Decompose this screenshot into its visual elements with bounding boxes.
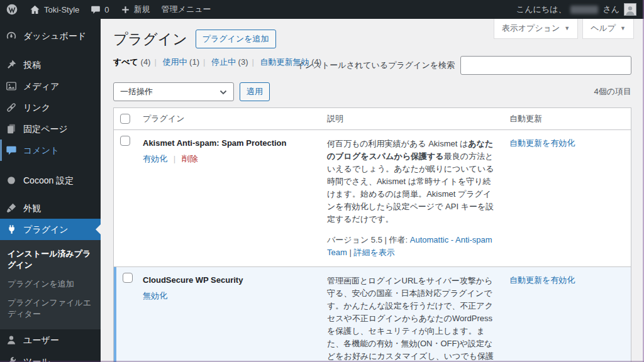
- sidebar-item-label: Cocoon 設定: [23, 175, 74, 186]
- row-checkbox[interactable]: [123, 273, 133, 283]
- sidebar-item-comments[interactable]: コメント: [0, 140, 101, 161]
- sidebar-item-label: リンク: [23, 102, 50, 113]
- sidebar-item-label: ユーザー: [23, 334, 59, 346]
- wordpress-logo-menu[interactable]: [0, 0, 24, 19]
- plugin-search: インストールされているプラグインを検索: [296, 56, 631, 75]
- sidebar-item-plugins[interactable]: プラグイン: [0, 219, 101, 240]
- sidebar-item-label: 外観: [23, 202, 41, 214]
- plug-icon: [5, 223, 18, 236]
- delete-link[interactable]: 削除: [182, 154, 198, 163]
- comment-icon: [5, 144, 18, 156]
- sidebar-item-label: 投稿: [23, 59, 41, 70]
- greeting-prefix: こんにちは、: [516, 4, 567, 15]
- sidebar-item-links[interactable]: リンク: [0, 97, 101, 118]
- help-button[interactable]: ヘルプ ▼: [582, 19, 634, 39]
- user-icon: [5, 334, 18, 346]
- account-menu[interactable]: こんにちは、 さん: [516, 3, 644, 16]
- items-count: 4個の項目: [594, 86, 631, 97]
- sidebar-item-label: 固定ページ: [23, 123, 68, 134]
- home-icon: [30, 4, 40, 15]
- new-label: 新規: [134, 4, 150, 15]
- apply-button[interactable]: 適用: [240, 82, 270, 101]
- column-header-auto-update: 自動更新: [503, 108, 631, 129]
- sidebar-item-label: プラグイン: [23, 224, 69, 235]
- comment-bubble-icon: [91, 4, 101, 14]
- admin-menu-item[interactable]: 管理メニュー: [156, 0, 217, 19]
- sidebar-item-posts[interactable]: 投稿: [0, 54, 101, 75]
- plugin-name-cell: CloudSecure WP Security 無効化: [136, 267, 321, 362]
- auto-update-cell: 自動更新を有効化: [503, 267, 631, 362]
- sidebar-item-users[interactable]: ユーザー: [0, 329, 101, 351]
- new-content-menu[interactable]: 新規: [115, 0, 156, 19]
- submenu-installed-plugins[interactable]: インストール済みプラグイン: [0, 244, 101, 275]
- plugin-meta: バージョン 5.5 | 作者: Automattic - Anti-spam T…: [327, 234, 497, 259]
- site-name-menu[interactable]: Toki-Style: [24, 0, 85, 19]
- wordpress-logo-icon: [6, 3, 18, 16]
- sidebar-item-label: ダッシュボード: [23, 30, 86, 41]
- search-label: インストールされているプラグインを検索: [296, 60, 455, 71]
- plugin-name: Akismet Anti-spam: Spam Protection: [143, 138, 314, 149]
- pin-icon: [5, 58, 18, 71]
- plugin-name: CloudSecure WP Security: [143, 275, 314, 286]
- submenu-plugin-file-editor[interactable]: プラグインファイルエディター: [0, 293, 101, 324]
- pages-icon: [5, 123, 18, 135]
- deactivate-link[interactable]: 無効化: [143, 291, 167, 300]
- plugin-name-cell: Akismet Anti-spam: Spam Protection 有効化 |…: [136, 130, 321, 266]
- table-header-row: プラグイン 説明 自動更新: [114, 108, 631, 130]
- select-all-checkbox[interactable]: [120, 114, 130, 124]
- plugins-submenu: インストール済みプラグイン プラグインを追加 プラグインファイルエディター: [0, 240, 101, 329]
- sidebar-item-cocoon-settings[interactable]: Cocoon 設定: [0, 170, 101, 191]
- view-details-link[interactable]: 詳細を表示: [353, 248, 394, 257]
- enable-auto-update-link[interactable]: 自動更新を有効化: [509, 138, 575, 148]
- sidebar-item-label: コメント: [23, 145, 59, 156]
- screen-options-button[interactable]: 表示オプション ▼: [494, 19, 578, 39]
- plus-icon: [121, 5, 130, 14]
- sidebar-item-dashboard[interactable]: ダッシュボード: [0, 25, 101, 47]
- sidebar-item-tools[interactable]: ツール: [0, 351, 101, 362]
- wordpress-admin-plugins-screen: Toki-Style 0 新規 管理メニュー こんにちは、 さん: [0, 0, 644, 362]
- media-icon: [5, 80, 18, 92]
- bulk-action-select[interactable]: 一括操作: [113, 82, 234, 101]
- wrench-icon: [5, 355, 18, 362]
- plugin-description: 管理画面とログインURLをサイバー攻撃から守る、安心の国産・日本語対応プラグイン…: [327, 275, 497, 362]
- sidebar-item-media[interactable]: メディア: [0, 75, 101, 97]
- screen-meta-links: 表示オプション ▼ ヘルプ ▼: [494, 19, 634, 39]
- sidebar-item-appearance[interactable]: 外観: [0, 197, 101, 219]
- comments-count: 0: [104, 5, 109, 14]
- dashboard-icon: [5, 30, 18, 42]
- sidebar-item-label: ツール: [23, 356, 50, 362]
- user-name-redacted: [570, 6, 598, 14]
- chevron-down-icon: ▼: [564, 25, 570, 31]
- plugin-description-cell: 管理画面とログインURLをサイバー攻撃から守る、安心の国産・日本語対応プラグイン…: [321, 267, 503, 362]
- row-checkbox[interactable]: [120, 136, 130, 146]
- sidebar-item-pages[interactable]: 固定ページ: [0, 118, 101, 140]
- add-plugin-button[interactable]: プラグインを追加: [196, 30, 276, 48]
- circle-icon: [5, 174, 18, 187]
- enable-auto-update-link[interactable]: 自動更新を有効化: [509, 275, 575, 285]
- plugins-table: プラグイン 説明 自動更新 Akismet Anti-spam: Spam Pr…: [113, 107, 631, 362]
- admin-sidebar: ダッシュボード 投稿 メディア リンク 固定ページ: [0, 19, 101, 362]
- comments-menu[interactable]: 0: [85, 0, 114, 19]
- activate-link[interactable]: 有効化: [143, 154, 167, 163]
- admin-menu-label: 管理メニュー: [162, 4, 211, 15]
- column-header-plugin: プラグイン: [136, 108, 321, 129]
- page-title: プラグイン: [113, 30, 187, 48]
- chevron-down-icon: ▼: [620, 25, 626, 31]
- main-content: 表示オプション ▼ ヘルプ ▼ プラグイン プラグインを追加 インストールされて…: [101, 19, 644, 362]
- admin-bar: Toki-Style 0 新規 管理メニュー こんにちは、 さん: [0, 0, 644, 19]
- sidebar-item-label: メディア: [23, 80, 59, 92]
- brush-icon: [5, 202, 18, 214]
- link-icon: [5, 101, 18, 114]
- site-name: Toki-Style: [44, 5, 79, 14]
- plugin-search-input[interactable]: [460, 56, 631, 75]
- column-header-description: 説明: [321, 108, 503, 129]
- greeting-suffix: さん: [602, 4, 619, 15]
- filter-inactive[interactable]: 停止中 (3): [209, 57, 248, 67]
- plugin-row-akismet: Akismet Anti-spam: Spam Protection 有効化 |…: [114, 130, 631, 266]
- plugin-row-cloudsecure: CloudSecure WP Security 無効化 管理画面とログインURL…: [114, 266, 631, 362]
- plugin-description-cell: 何百万もの利用実績がある Akismet はあなたのブログをスパムから保護する最…: [321, 130, 503, 266]
- filter-all[interactable]: すべて (4): [113, 57, 150, 67]
- filter-active[interactable]: 使用中 (1): [160, 57, 199, 67]
- submenu-add-plugin[interactable]: プラグインを追加: [0, 275, 101, 293]
- plugin-row-actions: 無効化: [143, 290, 314, 302]
